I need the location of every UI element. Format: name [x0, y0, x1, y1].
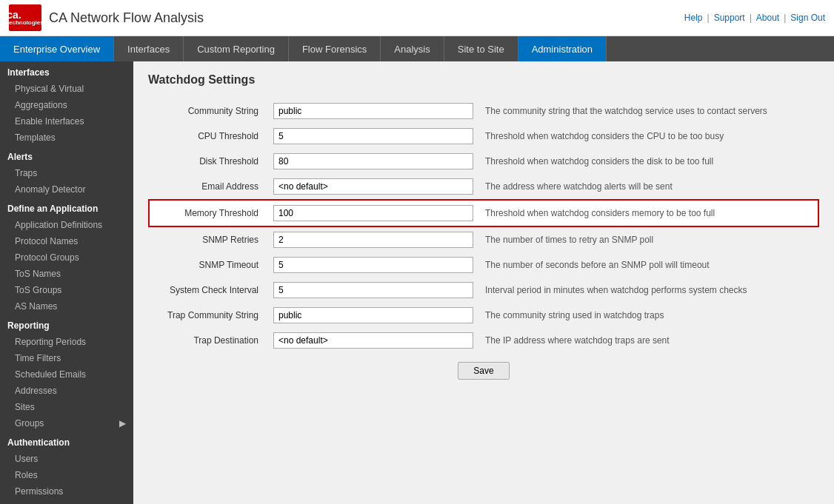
field-input-disk-threshold[interactable]	[273, 153, 473, 169]
field-label-memory-threshold: Memory Threshold	[149, 200, 267, 226]
field-input-trap-destination[interactable]	[273, 332, 473, 349]
nav-site-to-site[interactable]: Site to Site	[444, 36, 518, 61]
field-desc-trap-destination: The IP address where watchdog traps are …	[479, 328, 818, 353]
sidebar-item-scheduled-emails[interactable]: Scheduled Emails	[0, 366, 133, 383]
field-desc-snmp-timeout: The number of seconds before an SNMP pol…	[479, 252, 818, 278]
sidebar-section-define-app: Define an Application	[0, 198, 133, 217]
field-desc-cpu-threshold: Threshold when watchdog considers the CP…	[479, 124, 818, 149]
form-row-disk-threshold: Disk ThresholdThreshold when watchdog co…	[149, 149, 818, 174]
sidebar-item-aggregations[interactable]: Aggregations	[0, 97, 133, 113]
sidebar-item-app-definitions[interactable]: Application Definitions	[0, 217, 133, 233]
field-label-trap-destination: Trap Destination	[149, 328, 267, 353]
sidebar-section-interfaces: Interfaces	[0, 61, 133, 81]
nav-flow-forensics[interactable]: Flow Forensics	[289, 36, 381, 61]
top-bar: ca.technologies CA Network Flow Analysis…	[0, 0, 834, 36]
field-desc-memory-threshold: Threshold when watchdog considers memory…	[479, 200, 818, 226]
sidebar-item-tos-groups[interactable]: ToS Groups	[0, 282, 133, 298]
settings-table: Community StringThe community string tha…	[148, 98, 819, 353]
content-area: Watchdog Settings Community StringThe co…	[133, 61, 834, 504]
save-button[interactable]: Save	[458, 362, 509, 380]
logo-area: ca.technologies CA Network Flow Analysis	[9, 4, 204, 31]
signout-link[interactable]: Sign Out	[790, 13, 825, 23]
sidebar-section-authentication: Authentication	[0, 431, 133, 451]
field-label-disk-threshold: Disk Threshold	[149, 149, 267, 174]
sidebar-item-protocol-names[interactable]: Protocol Names	[0, 233, 133, 249]
nav-enterprise[interactable]: Enterprise Overview	[0, 36, 114, 61]
field-desc-community-string: The community string that the watchdog s…	[479, 98, 818, 124]
sidebar-item-addresses[interactable]: Addresses	[0, 383, 133, 399]
top-links: Help | Support | About | Sign Out	[684, 13, 825, 23]
sidebar-item-tos-names[interactable]: ToS Names	[0, 266, 133, 282]
field-desc-system-check-interval: Interval period in minutes when watchdog…	[479, 278, 818, 303]
nav-administration[interactable]: Administration	[518, 36, 607, 61]
form-row-trap-destination: Trap DestinationThe IP address where wat…	[149, 328, 818, 353]
sidebar-item-anomaly-detector[interactable]: Anomaly Detector	[0, 181, 133, 198]
sidebar-item-templates[interactable]: Templates	[0, 130, 133, 146]
nav-interfaces[interactable]: Interfaces	[114, 36, 184, 61]
form-row-memory-threshold: Memory ThresholdThreshold when watchdog …	[149, 200, 818, 226]
field-label-snmp-timeout: SNMP Timeout	[149, 252, 267, 278]
page-title: Watchdog Settings	[148, 73, 819, 87]
sidebar-section-reporting: Reporting	[0, 315, 133, 334]
form-row-trap-community-string: Trap Community StringThe community strin…	[149, 303, 818, 328]
ca-logo: ca.technologies	[9, 4, 41, 31]
field-input-community-string[interactable]	[273, 103, 473, 119]
sidebar-item-permissions[interactable]: Permissions	[0, 483, 133, 500]
field-desc-email-address: The address where watchdog alerts will b…	[479, 174, 818, 200]
field-input-snmp-retries[interactable]	[273, 232, 473, 248]
sidebar-item-as-names[interactable]: AS Names	[0, 298, 133, 315]
field-label-email-address: Email Address	[149, 174, 267, 200]
form-row-email-address: Email AddressThe address where watchdog …	[149, 174, 818, 200]
field-input-email-address[interactable]	[273, 178, 473, 195]
nav-analysis[interactable]: Analysis	[381, 36, 444, 61]
sidebar: Interfaces Physical & Virtual Aggregatio…	[0, 61, 133, 504]
field-input-system-check-interval[interactable]	[273, 282, 473, 298]
field-input-trap-community-string[interactable]	[273, 307, 473, 323]
logo-text: ca.technologies	[7, 10, 43, 26]
nav-bar: Enterprise Overview Interfaces Custom Re…	[0, 36, 834, 61]
sidebar-item-time-filters[interactable]: Time Filters	[0, 350, 133, 366]
form-row-snmp-timeout: SNMP TimeoutThe number of seconds before…	[149, 252, 818, 278]
form-row-system-check-interval: System Check IntervalInterval period in …	[149, 278, 818, 303]
arrow-icon: ▶	[119, 418, 126, 429]
sidebar-item-groups[interactable]: Groups ▶	[0, 415, 133, 431]
field-desc-snmp-retries: The number of times to retry an SNMP pol…	[479, 226, 818, 252]
field-label-trap-community-string: Trap Community String	[149, 303, 267, 328]
field-input-snmp-timeout[interactable]	[273, 257, 473, 273]
app-title: CA Network Flow Analysis	[49, 10, 204, 26]
field-desc-trap-community-string: The community string used in watchdog tr…	[479, 303, 818, 328]
sidebar-item-roles[interactable]: Roles	[0, 467, 133, 483]
field-input-cpu-threshold[interactable]	[273, 128, 473, 144]
field-label-community-string: Community String	[149, 98, 267, 124]
main-layout: Interfaces Physical & Virtual Aggregatio…	[0, 61, 834, 504]
save-row: Save	[148, 353, 819, 389]
field-label-cpu-threshold: CPU Threshold	[149, 124, 267, 149]
form-row-cpu-threshold: CPU ThresholdThreshold when watchdog con…	[149, 124, 818, 149]
sidebar-section-alerts: Alerts	[0, 146, 133, 165]
field-label-snmp-retries: SNMP Retries	[149, 226, 267, 252]
nav-custom-reporting[interactable]: Custom Reporting	[184, 36, 289, 61]
form-row-snmp-retries: SNMP RetriesThe number of times to retry…	[149, 226, 818, 252]
form-row-community-string: Community StringThe community string tha…	[149, 98, 818, 124]
field-input-memory-threshold[interactable]	[273, 205, 473, 221]
sidebar-item-protocol-groups[interactable]: Protocol Groups	[0, 249, 133, 266]
about-link[interactable]: About	[756, 13, 779, 23]
field-desc-disk-threshold: Threshold when watchdog considers the di…	[479, 149, 818, 174]
sidebar-item-users[interactable]: Users	[0, 451, 133, 467]
sidebar-item-reporting-periods[interactable]: Reporting Periods	[0, 334, 133, 350]
help-link[interactable]: Help	[684, 13, 703, 23]
field-label-system-check-interval: System Check Interval	[149, 278, 267, 303]
sidebar-item-physical-virtual[interactable]: Physical & Virtual	[0, 81, 133, 97]
sidebar-item-traps[interactable]: Traps	[0, 165, 133, 181]
sidebar-item-enable-interfaces[interactable]: Enable Interfaces	[0, 113, 133, 130]
support-link[interactable]: Support	[714, 13, 745, 23]
sidebar-item-sites[interactable]: Sites	[0, 399, 133, 415]
